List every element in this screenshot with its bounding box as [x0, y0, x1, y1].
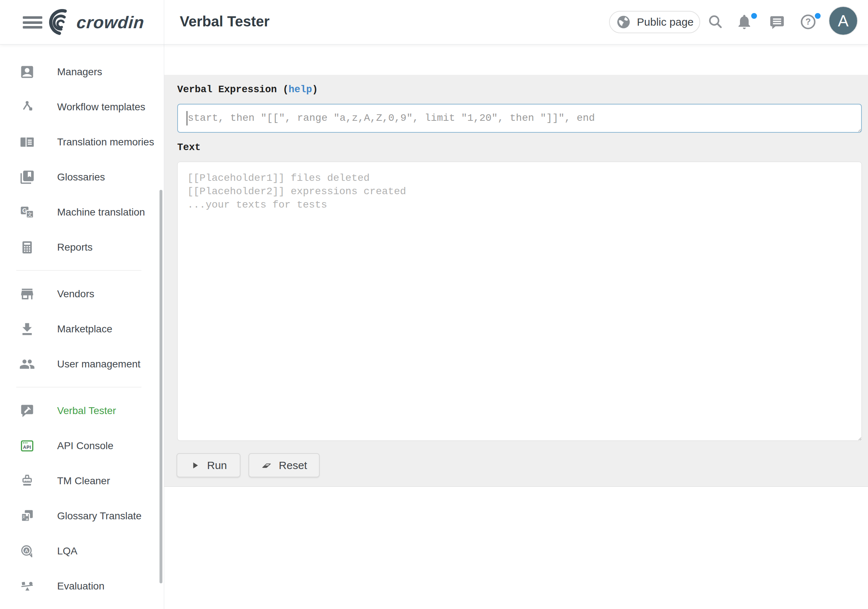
- label-suffix: ): [312, 84, 318, 95]
- reset-button[interactable]: Reset: [248, 453, 320, 477]
- svg-text:A: A: [25, 547, 28, 553]
- svg-text:?: ?: [805, 17, 811, 26]
- eraser-icon: [261, 460, 272, 471]
- sidebar-item-reports[interactable]: Reports: [0, 229, 164, 265]
- search-a-icon: A: [19, 543, 35, 559]
- flask-bubble-icon: [19, 403, 35, 419]
- sidebar-item-label: Glossary Translate: [57, 510, 141, 522]
- glossary-translate-icon: 文 A: [19, 508, 35, 524]
- sidebar-divider: [16, 387, 141, 387]
- top-header: crowdin Verbal Tester Public page ? A: [0, 0, 868, 45]
- sidebar-item-label: Managers: [57, 66, 102, 78]
- public-page-label: Public page: [637, 16, 694, 28]
- brush-icon: [19, 473, 35, 489]
- verbal-expression-input[interactable]: [177, 104, 862, 133]
- memory-card-icon: [19, 134, 35, 150]
- balance-icon: [19, 578, 35, 594]
- calculator-icon: [19, 239, 35, 255]
- crowdin-logo[interactable]: crowdin: [47, 8, 144, 36]
- sidebar-item-label: Reports: [57, 242, 93, 253]
- sidebar-item-label: Evaluation: [57, 580, 104, 592]
- svg-text:文: 文: [27, 211, 33, 217]
- text-label: Text: [177, 142, 201, 153]
- sidebar-item-machine-translation[interactable]: G 文 Machine translation: [0, 195, 164, 229]
- label-prefix: Verbal Expression (: [177, 84, 288, 95]
- crowdin-logo-mark: [47, 8, 74, 36]
- crowdin-wordmark: crowdin: [76, 12, 145, 32]
- sidebar-item-workflow-templates[interactable]: Workflow templates: [0, 89, 164, 124]
- sidebar-item-label: User management: [57, 358, 140, 370]
- account-box-icon: [19, 64, 35, 80]
- search-icon[interactable]: [707, 13, 724, 30]
- verbal-tester-panel: Verbal Expression (help) Text Run Reset: [164, 75, 868, 487]
- sidebar-item-marketplace[interactable]: Marketplace: [0, 311, 164, 346]
- sidebar-item-label: Verbal Tester: [57, 405, 116, 417]
- svg-text:A: A: [26, 517, 28, 521]
- bookmark-book-icon: [19, 169, 35, 185]
- header-left-section: crowdin: [0, 0, 164, 44]
- page-title: Verbal Tester: [180, 13, 270, 29]
- chat-icon[interactable]: [769, 14, 785, 30]
- sidebar: Managers Workflow templates Translation …: [0, 45, 164, 609]
- action-buttons: Run Reset: [177, 453, 320, 477]
- machine-translate-icon: G 文: [19, 205, 35, 220]
- sidebar-scrollbar[interactable]: [160, 190, 163, 583]
- text-caret: [187, 111, 188, 126]
- sidebar-item-verbal-tester[interactable]: Verbal Tester: [0, 393, 164, 428]
- bell-notification-dot: [750, 12, 758, 20]
- sidebar-item-label: Machine translation: [57, 206, 145, 218]
- svg-text:API: API: [23, 445, 31, 450]
- globe-icon: [615, 14, 631, 30]
- sidebar-item-glossaries[interactable]: Glossaries: [0, 160, 164, 195]
- sidebar-item-api-console[interactable]: API API Console: [0, 428, 164, 463]
- play-icon: [190, 460, 200, 471]
- avatar[interactable]: A: [829, 6, 858, 36]
- sidebar-item-label: Vendors: [57, 288, 95, 300]
- sidebar-item-label: Marketplace: [57, 323, 113, 335]
- api-window-icon: API: [19, 438, 35, 454]
- download-icon: [19, 321, 35, 337]
- sidebar-item-lqa[interactable]: A LQA: [0, 533, 164, 569]
- people-icon: [19, 356, 35, 372]
- sidebar-item-tm-cleaner[interactable]: TM Cleaner: [0, 463, 164, 498]
- text-input[interactable]: [177, 162, 862, 441]
- run-button[interactable]: Run: [177, 453, 240, 477]
- storefront-icon: [19, 286, 35, 302]
- sidebar-item-translation-memories[interactable]: Translation memories: [0, 124, 164, 160]
- sidebar-item-label: Translation memories: [57, 136, 154, 148]
- sidebar-item-label: LQA: [57, 545, 78, 557]
- menu-icon[interactable]: [23, 16, 42, 29]
- help-notification-dot: [814, 12, 822, 20]
- public-page-button[interactable]: Public page: [609, 11, 700, 33]
- sidebar-item-evaluation[interactable]: Evaluation: [0, 569, 164, 604]
- sidebar-item-label: TM Cleaner: [57, 475, 110, 487]
- run-button-label: Run: [207, 459, 227, 471]
- sidebar-item-vendors[interactable]: Vendors: [0, 276, 164, 311]
- svg-text:文: 文: [22, 514, 26, 518]
- sidebar-item-label: Workflow templates: [57, 101, 146, 113]
- reset-button-label: Reset: [279, 459, 307, 471]
- sidebar-item-managers[interactable]: Managers: [0, 54, 164, 89]
- sidebar-item-glossary-translate[interactable]: 文 A Glossary Translate: [0, 498, 164, 533]
- sidebar-nav: Managers Workflow templates Translation …: [0, 54, 164, 604]
- help-link[interactable]: help: [288, 84, 312, 95]
- sidebar-item-user-management[interactable]: User management: [0, 346, 164, 381]
- workflow-icon: [19, 99, 35, 115]
- verbal-expression-label: Verbal Expression (help): [177, 84, 318, 95]
- sidebar-item-label: Glossaries: [57, 171, 105, 183]
- sidebar-divider: [16, 270, 141, 271]
- sidebar-item-label: API Console: [57, 440, 113, 452]
